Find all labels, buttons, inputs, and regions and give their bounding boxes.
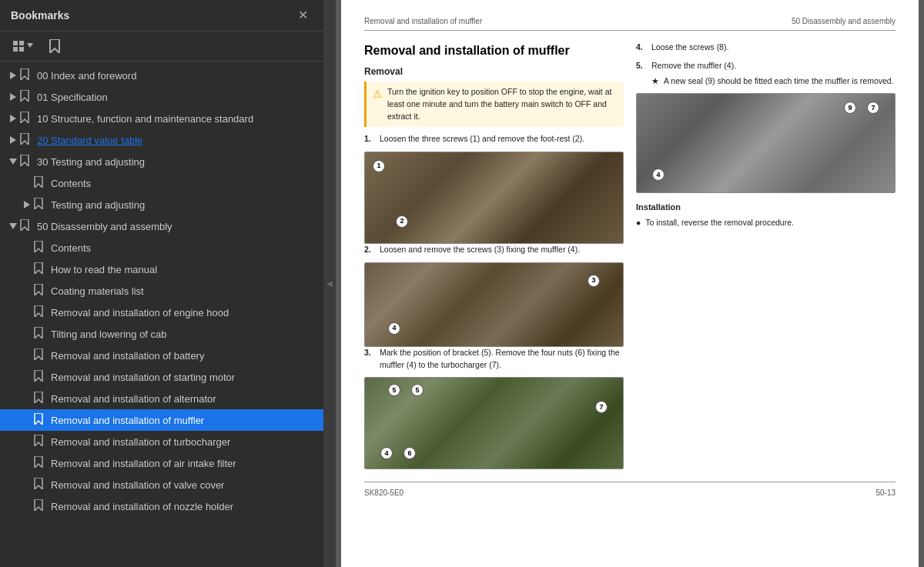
- bookmark-label: Removal and installation of nozzle holde…: [51, 501, 233, 512]
- bookmark-label: Removal and installation of engine hood: [51, 307, 229, 319]
- bookmark-icon: [20, 68, 34, 82]
- bookmark-label: Testing and adjusting: [51, 199, 145, 211]
- star-bullet: ★: [651, 75, 659, 88]
- bookmark-item-item-50-coating[interactable]: Coating materials list: [0, 280, 323, 302]
- bookmark-icon: [34, 456, 48, 470]
- svg-marker-4: [27, 43, 33, 48]
- step-3-num: 3.: [364, 347, 377, 372]
- close-button[interactable]: ✕: [293, 8, 313, 23]
- bookmark-item-item-30-contents[interactable]: Contents: [0, 172, 323, 194]
- bookmark-item-item-50-howto[interactable]: How to read the manual: [0, 258, 323, 280]
- bookmark-item-item-50-cab[interactable]: Tilting and lowering of cab: [0, 323, 323, 345]
- bookmark-item-item-50-alternator[interactable]: Removal and installation of alternator: [0, 388, 323, 409]
- bookmark-item-item-50[interactable]: 50 Disassembly and assembly: [0, 215, 323, 237]
- badge-4r: 4: [652, 168, 665, 181]
- bookmark-item-item-50-starting[interactable]: Removal and installation of starting mot…: [0, 366, 323, 388]
- badge-4b: 4: [380, 447, 393, 459]
- toggle-arrow: [6, 136, 20, 144]
- bookmark-icon: [20, 112, 34, 125]
- page-view: Removal and installation of muffler 50 D…: [341, 0, 919, 567]
- bookmark-icon: [34, 478, 48, 492]
- svg-marker-8: [10, 136, 16, 144]
- bookmark-item-item-00[interactable]: 00 Index and foreword: [0, 65, 323, 86]
- bookmark-item-item-30[interactable]: 30 Testing and adjusting: [0, 151, 323, 172]
- bookmark-icon: [34, 284, 48, 298]
- bookmark-icon: [20, 90, 34, 104]
- warning-text: Turn the ignition key to position OFF to…: [387, 86, 618, 122]
- step-5-subbullet: A new seal (9) should be fitted each tim…: [664, 75, 894, 88]
- step-4: 4. Loose the screws (8).: [636, 42, 896, 54]
- bookmark-item-item-50-turbo[interactable]: Removal and installation of turbocharger: [0, 431, 323, 452]
- bookmark-label: Removal and installation of muffler: [51, 415, 204, 426]
- bookmarks-header: Bookmarks ✕: [0, 0, 323, 32]
- bookmarks-toolbar: [0, 32, 323, 62]
- dot-bullet: ●: [636, 217, 641, 229]
- svg-marker-11: [9, 223, 17, 229]
- bookmark-label: Removal and installation of turbocharger: [51, 436, 230, 448]
- bookmark-icon: [34, 241, 48, 255]
- toggle-arrow: [20, 201, 34, 208]
- bookmark-label: Removal and installation of air intake f…: [51, 458, 236, 469]
- installation-text: To install, reverse the removal procedur…: [645, 217, 794, 229]
- footer-right: 50-13: [875, 487, 896, 499]
- bookmark-item-item-01[interactable]: 01 Specification: [0, 86, 323, 108]
- step-2-num: 2.: [364, 244, 377, 256]
- engine-image-1: 1 2: [364, 152, 624, 244]
- dropdown-arrow-icon: [27, 43, 33, 49]
- bookmark-label: 10 Structure, function and maintenance s…: [37, 113, 253, 125]
- bookmark-item-item-30-testing[interactable]: Testing and adjusting: [0, 194, 323, 215]
- bookmark-icon: [49, 39, 61, 53]
- warning-box: ⚠ Turn the ignition key to position OFF …: [364, 82, 624, 127]
- grid-icon: [12, 40, 25, 52]
- svg-marker-6: [10, 93, 16, 101]
- page-header-right: 50 Disassembly and assembly: [792, 15, 896, 27]
- badge-9: 9: [844, 102, 856, 114]
- bookmark-label: Removal and installation of alternator: [51, 393, 216, 405]
- resize-handle[interactable]: [323, 0, 336, 567]
- engine-image-2: 3 4: [364, 262, 624, 347]
- footer-left: SK820-5E0: [364, 487, 403, 499]
- bookmark-label: Removal and installation of starting mot…: [51, 372, 235, 383]
- svg-rect-1: [19, 41, 24, 45]
- bookmark-item-item-50-enginehood[interactable]: Removal and installation of engine hood: [0, 302, 323, 323]
- step-1-text: Loosen the three screws (1) and remove t…: [380, 133, 624, 145]
- step-5-text: Remove the muffler (4).: [651, 60, 896, 72]
- bookmark-item-item-50-airfilter[interactable]: Removal and installation of air intake f…: [0, 452, 323, 474]
- bookmark-item-item-10[interactable]: 10 Structure, function and maintenance s…: [0, 108, 323, 129]
- bookmark-item-item-20[interactable]: 20 Standard value table: [0, 129, 323, 151]
- bookmark-item-item-50-battery[interactable]: Removal and installation of battery: [0, 345, 323, 366]
- bookmark-label: 01 Specification: [37, 92, 108, 103]
- page-main-title: Removal and installation of muffler: [364, 42, 624, 60]
- bookmark-icon: [34, 176, 48, 190]
- bookmark-label: Contents: [51, 242, 91, 254]
- bookmark-label: 30 Testing and adjusting: [37, 156, 145, 168]
- page-header-left: Removal and installation of muffler: [364, 15, 482, 27]
- bookmark-view-button[interactable]: [44, 36, 65, 56]
- step-4-text: Loose the screws (8).: [651, 42, 896, 54]
- badge-5b: 5: [411, 384, 424, 396]
- step-1: 1. Loosen the three screws (1) and remov…: [364, 133, 624, 145]
- badge-2: 2: [396, 215, 408, 228]
- bookmark-item-item-50-contents[interactable]: Contents: [0, 237, 323, 258]
- bookmark-link[interactable]: 20 Standard value table: [37, 135, 142, 146]
- svg-marker-7: [10, 115, 16, 122]
- page-header: Removal and installation of muffler 50 D…: [364, 15, 896, 31]
- bookmark-item-item-50-nozzle[interactable]: Removal and installation of nozzle holde…: [0, 495, 323, 517]
- toggle-arrow: [6, 158, 20, 165]
- badge-7: 7: [595, 401, 608, 413]
- badge-4: 4: [388, 322, 400, 335]
- badge-6: 6: [403, 447, 416, 459]
- bookmark-label: Removal and installation of battery: [51, 350, 204, 362]
- step-2-text: Loosen and remove the screws (3) fixing …: [380, 244, 624, 256]
- bookmark-icon: [34, 327, 48, 341]
- installation-title: Installation: [636, 201, 896, 214]
- engine-image-3: 5 5 4 6 7: [364, 377, 624, 469]
- toggle-arrow: [6, 72, 20, 79]
- bookmark-item-item-50-muffler[interactable]: Removal and installation of muffler: [0, 409, 323, 431]
- installation-content: ● To install, reverse the removal proced…: [636, 217, 896, 229]
- svg-marker-10: [24, 201, 30, 208]
- bookmarks-panel: Bookmarks ✕ 00 Index and foreword01 Spec…: [0, 0, 323, 567]
- bookmark-label: Contents: [51, 178, 91, 189]
- bookmark-item-item-50-valvecover[interactable]: Removal and installation of valve cover: [0, 474, 323, 495]
- view-options-button[interactable]: [8, 37, 38, 55]
